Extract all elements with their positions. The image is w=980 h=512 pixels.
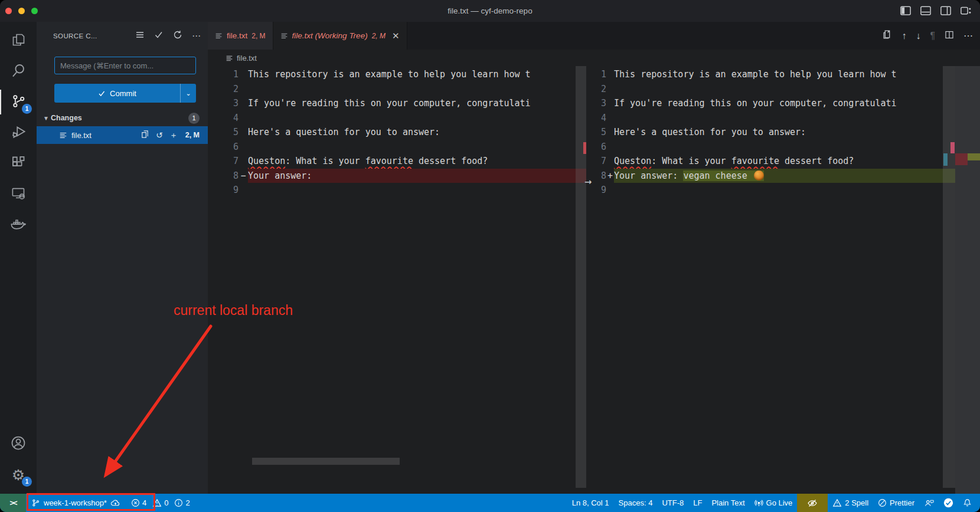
feedback-icon — [924, 498, 934, 507]
code-line: 2 — [586, 82, 955, 97]
settings-button[interactable]: ⚙ 1 — [0, 460, 37, 490]
spell-problems-item[interactable]: 2 Spell — [828, 494, 873, 512]
right-scrollbar-insertion-mark — [943, 153, 948, 166]
left-pane-scrollbar[interactable] — [576, 66, 586, 488]
problems-status-item[interactable]: 4 0 2 — [126, 494, 198, 512]
diff-original-pane[interactable]: 1This repository is an example to help y… — [208, 66, 586, 494]
open-changes-icon[interactable] — [882, 29, 892, 42]
whitespace-icon[interactable]: ¶ — [930, 31, 935, 41]
sidebar-item-source-control[interactable]: 1 — [0, 87, 37, 117]
insertion-marker: + — [606, 169, 614, 183]
sidebar-item-docker[interactable] — [0, 209, 37, 240]
sidebar-item-explorer[interactable] — [0, 25, 37, 56]
files-icon — [11, 32, 27, 50]
sidebar-item-run-debug[interactable] — [0, 117, 37, 148]
revert-change-arrow-icon[interactable]: → — [580, 174, 596, 189]
code-line: 3If you're reading this on your computer… — [208, 96, 586, 111]
open-file-icon[interactable] — [141, 130, 149, 141]
warning-icon — [832, 498, 842, 507]
diff-overview-ruler — [955, 66, 980, 494]
error-icon — [131, 498, 140, 507]
tab-file-txt-working-tree[interactable]: file.txt (Working Tree) 2, M ✕ — [273, 22, 407, 50]
file-icon — [59, 131, 67, 139]
split-editor-icon[interactable] — [945, 30, 954, 42]
customize-layout-icon[interactable] — [960, 5, 972, 17]
code-line: 3If you're reading this on your computer… — [586, 96, 955, 111]
activity-bar: 1 ⚙ 1 — [0, 22, 37, 494]
annotation-label: current local branch — [174, 303, 293, 319]
code-line: 6 — [208, 140, 586, 155]
view-as-list-icon[interactable] — [135, 30, 145, 41]
chevron-down-icon: ▼ — [41, 115, 51, 122]
code-line: 2 — [208, 82, 586, 97]
cloud-upload-icon — [110, 498, 120, 507]
close-window-button[interactable] — [5, 8, 12, 14]
status-bar: >< week-1-workshop* 4 0 2 Ln 8, Col 1 Sp… — [0, 494, 980, 512]
refresh-icon[interactable] — [173, 30, 182, 41]
window-title: file.txt — cyf-demo-repo — [447, 6, 532, 15]
encoding-item[interactable]: UTF-8 — [657, 494, 688, 512]
breadcrumb[interactable]: file.txt — [208, 50, 980, 66]
branch-name: week-1-workshop* — [44, 498, 107, 507]
commit-message-input[interactable] — [54, 57, 196, 74]
error-count: 4 — [142, 498, 146, 507]
checks-item[interactable] — [939, 494, 958, 512]
right-scrollbar-deletion-mark — [950, 142, 955, 153]
toggle-panel-icon[interactable] — [920, 5, 932, 17]
source-control-panel: SOURCE C... ⋯ Commit ⌄ ▼ Changes — [37, 22, 208, 494]
stage-changes-icon[interactable]: ＋ — [169, 131, 178, 139]
indentation-item[interactable]: Spaces: 4 — [614, 494, 658, 512]
search-icon — [11, 63, 27, 81]
remote-indicator[interactable]: >< — [0, 494, 26, 512]
tab-bar: file.txt 2, M file.txt (Working Tree) 2,… — [208, 22, 980, 50]
broadcast-icon — [754, 498, 763, 507]
commit-button[interactable]: Commit ⌄ — [54, 84, 196, 103]
commit-dropdown-button[interactable]: ⌄ — [180, 84, 196, 103]
go-live-item[interactable]: Go Live — [750, 494, 798, 512]
remote-explorer-icon — [11, 185, 27, 204]
toggle-secondary-sidebar-icon[interactable] — [940, 5, 952, 17]
next-change-icon[interactable]: ↓ — [916, 31, 920, 41]
changes-section-header[interactable]: ▼ Changes 1 — [37, 111, 208, 125]
cursor-position-item[interactable]: Ln 8, Col 1 — [567, 494, 614, 512]
file-icon — [280, 32, 288, 40]
minimize-window-button[interactable] — [18, 8, 25, 14]
more-actions-icon[interactable]: ⋯ — [963, 30, 973, 41]
code-line: 7Queston: What is your favourite dessert… — [586, 154, 955, 169]
language-mode-item[interactable]: Plain Text — [707, 494, 749, 512]
code-line: 5Here's a question for you to answer: — [208, 125, 586, 140]
eol-item[interactable]: LF — [688, 494, 707, 512]
toggle-primary-sidebar-icon[interactable] — [900, 5, 912, 17]
tab-file-txt[interactable]: file.txt 2, M — [208, 22, 273, 50]
info-icon — [174, 498, 183, 507]
right-pane-scrollbar[interactable] — [943, 66, 955, 488]
branch-status-item[interactable]: week-1-workshop* — [26, 494, 126, 512]
settings-badge: 1 — [22, 477, 32, 487]
spell-toggle-item[interactable] — [797, 494, 828, 512]
diff-modified-pane[interactable]: 1This repository is an example to help y… — [586, 66, 980, 494]
changed-file-row[interactable]: file.txt ↺ ＋ 2, M — [37, 126, 208, 144]
left-pane-horizontal-scrollbar[interactable] — [252, 458, 400, 465]
sidebar-item-extensions[interactable] — [0, 148, 37, 179]
traffic-lights — [5, 8, 38, 14]
prettier-item[interactable]: Prettier — [873, 494, 919, 512]
more-actions-icon[interactable]: ⋯ — [192, 31, 201, 41]
discard-changes-icon[interactable]: ↺ — [156, 131, 163, 139]
code-line: 9 — [208, 183, 586, 198]
changes-count-badge: 1 — [188, 113, 200, 124]
commit-check-icon[interactable] — [154, 30, 164, 41]
sidebar-item-search[interactable] — [0, 56, 37, 87]
sidebar-item-remote-explorer[interactable] — [0, 179, 37, 209]
feedback-item[interactable] — [919, 494, 939, 512]
left-overview-deletion-mark — [583, 142, 586, 154]
notifications-item[interactable] — [958, 494, 980, 512]
remote-indicator-icon: >< — [9, 498, 16, 507]
code-line: 1This repository is an example to help y… — [208, 67, 586, 82]
extensions-icon — [11, 155, 27, 173]
deleted-code-line: 8−Your answer: — [208, 169, 586, 183]
zoom-window-button[interactable] — [31, 8, 38, 14]
warning-count: 0 — [164, 498, 168, 507]
close-tab-icon[interactable]: ✕ — [392, 31, 400, 41]
previous-change-icon[interactable]: ↑ — [901, 31, 906, 41]
accounts-button[interactable] — [0, 429, 37, 460]
